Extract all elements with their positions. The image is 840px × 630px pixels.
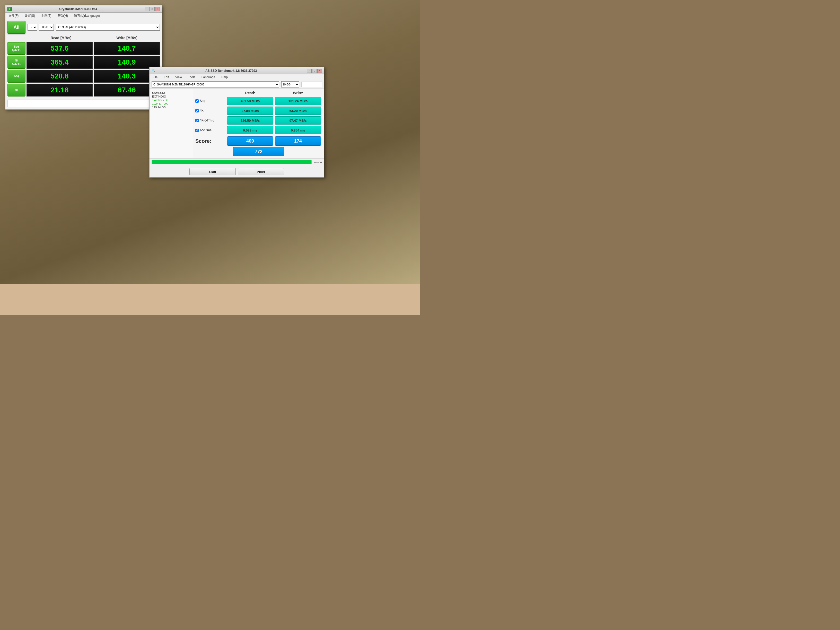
crystaldiskmark-window: C CrystalDiskMark 5.0.3 x64 − □ × 文件(F) … <box>5 5 162 110</box>
cdm-column-headers: Read [MB/s] Write [MB/s] <box>5 35 162 41</box>
table-row: Acc.time 0.088 ms 0.854 ms <box>195 126 322 134</box>
desk-surface <box>0 284 420 315</box>
cdm-menu-settings[interactable]: 设置(S) <box>24 13 36 19</box>
table-row: Seq Q32T1 537.6 140.7 <box>8 42 160 55</box>
cdm-menu-help[interactable]: 帮助(H) <box>57 13 69 19</box>
asssd-seq-write: 131.24 MB/s <box>275 97 321 105</box>
asssd-buttons-area: Start Abort <box>150 166 324 177</box>
cdm-menubar: 文件(F) 设置(S) 主题(T) 帮助(H) 语言(L)(Language) <box>5 13 162 19</box>
asssd-menubar: File Edit View Tools Language Help <box>150 74 324 80</box>
asssd-driver: storahci - OK <box>152 99 190 102</box>
asssd-4k-read: 27.84 MB/s <box>227 107 273 115</box>
asssd-time-display: ---:--:-- <box>314 161 322 164</box>
asssd-seq-read: 461.58 MB/s <box>227 97 273 105</box>
cdm-read-3: 21.18 <box>27 84 93 96</box>
cdm-status-bar <box>8 99 160 107</box>
asssd-4k64t-write: 97.47 MB/s <box>275 116 321 125</box>
asssd-score-row: Score: 400 174 <box>195 136 322 146</box>
asssd-menu-edit[interactable]: Edit <box>163 75 170 79</box>
asssd-4k-checkbox[interactable] <box>195 109 199 112</box>
table-row: 4K Q32T1 365.4 140.9 <box>8 56 160 69</box>
cdm-row-label-1[interactable]: 4K Q32T1 <box>8 56 25 69</box>
asssd-info-panel: SAMSUNG EXT4400Q storahci - OK 1024 K - … <box>150 89 193 158</box>
asssd-window: 🔍 AS SSD Benchmark 1.8.5636.37293 − □ × … <box>149 67 324 178</box>
asssd-maximize-button[interactable]: □ <box>312 69 317 73</box>
asssd-drive-select[interactable]: C: SAMSUNG MZMTE128HMGR-00005 <box>152 81 279 87</box>
cdm-size-select[interactable]: 1GiB <box>39 24 54 31</box>
asssd-acctime-checkbox[interactable] <box>195 129 199 132</box>
cdm-all-button[interactable]: All <box>8 21 25 34</box>
asssd-menu-language[interactable]: Language <box>201 75 216 79</box>
asssd-acctime-write: 0.854 ms <box>275 126 321 134</box>
asssd-close-button[interactable]: × <box>317 69 322 73</box>
asssd-total-row: 772 <box>195 147 322 156</box>
asssd-model: EXT4400Q <box>152 95 190 98</box>
asssd-abort-button[interactable]: Abort <box>238 168 284 175</box>
table-row: 4K-64Thrd 326.50 MB/s 97.47 MB/s <box>195 116 322 125</box>
asssd-4k64t-checkbox[interactable] <box>195 119 199 122</box>
cdm-app-icon: C <box>8 7 11 11</box>
asssd-brand: SAMSUNG <box>152 92 190 95</box>
cdm-data-grid: Seq Q32T1 537.6 140.7 4K Q32T1 365.4 140… <box>5 41 162 98</box>
cdm-bottom-area <box>5 98 162 109</box>
cdm-drive-select[interactable]: C: 35% (42/119GiB) <box>56 24 160 31</box>
asssd-score-write: 174 <box>275 136 321 146</box>
asssd-acctime-label: Acc.time <box>195 128 226 132</box>
asssd-results-panel: Read: Write: Seq 461.58 MB/s 131.24 MB/s… <box>193 89 324 158</box>
cdm-close-button[interactable]: × <box>155 7 160 11</box>
asssd-start-button[interactable]: Start <box>189 168 236 175</box>
asssd-4k-write: 63.20 MB/s <box>275 107 321 115</box>
asssd-content-area: SAMSUNG EXT4400Q storahci - OK 1024 K - … <box>150 88 324 158</box>
asssd-window-controls: − □ × <box>307 69 322 73</box>
asssd-write-header: Write: <box>274 91 322 95</box>
asssd-toolbar: C: SAMSUNG MZMTE128HMGR-00005 10 GB <box>150 80 324 88</box>
cdm-write-header: Write [MB/s] <box>94 36 160 40</box>
asssd-4k64t-read: 326.50 MB/s <box>227 116 273 125</box>
table-row: 4K 21.18 67.46 <box>8 84 160 96</box>
asssd-col-headers: Read: Write: <box>195 91 322 95</box>
cdm-row-label-3[interactable]: 4K <box>8 84 25 96</box>
cdm-read-2: 520.8 <box>27 70 93 83</box>
asssd-score-label: Score: <box>195 138 226 144</box>
asssd-title: AS SSD Benchmark 1.8.5636.37293 <box>155 69 307 73</box>
asssd-menu-file[interactable]: File <box>152 75 158 79</box>
table-row: 4K 27.84 MB/s 63.20 MB/s <box>195 106 322 115</box>
asssd-titlebar: 🔍 AS SSD Benchmark 1.8.5636.37293 − □ × <box>150 67 324 74</box>
asssd-progress-bar-fill <box>152 160 311 164</box>
cdm-title: CrystalDiskMark 5.0.3 x64 <box>11 7 145 11</box>
asssd-progress-area: ---:--:-- <box>150 158 324 166</box>
cdm-toolbar: All 5 1GiB C: 35% (42/119GiB) <box>5 19 162 35</box>
asssd-acctime-read: 0.088 ms <box>227 126 273 134</box>
cdm-minimize-button[interactable]: − <box>145 7 150 11</box>
asssd-read-header: Read: <box>226 91 274 95</box>
table-row: Seq 520.8 140.3 <box>8 70 160 83</box>
asssd-size-select[interactable]: 10 GB <box>281 81 299 87</box>
asssd-progress-bar-container <box>152 160 312 164</box>
cdm-read-header: Read [MB/s] <box>28 36 94 40</box>
asssd-seq-label: Seq <box>195 99 226 103</box>
cdm-row-label-2[interactable]: Seq <box>8 70 25 83</box>
asssd-extra-field <box>302 82 322 87</box>
cdm-write-0: 140.7 <box>94 42 160 55</box>
asssd-score-read: 400 <box>227 136 273 146</box>
cdm-count-select[interactable]: 5 <box>28 24 37 31</box>
cdm-menu-language[interactable]: 语言(L)(Language) <box>73 13 101 19</box>
asssd-menu-help[interactable]: Help <box>220 75 229 79</box>
asssd-seq-checkbox[interactable] <box>195 99 199 103</box>
asssd-menu-tools[interactable]: Tools <box>187 75 196 79</box>
cdm-titlebar: C CrystalDiskMark 5.0.3 x64 − □ × <box>5 5 162 13</box>
cdm-window-controls: − □ × <box>145 7 160 11</box>
cdm-maximize-button[interactable]: □ <box>150 7 155 11</box>
asssd-total-score: 772 <box>233 147 284 156</box>
asssd-iops: 1024 K - OK <box>152 102 190 105</box>
table-row: Seq 461.58 MB/s 131.24 MB/s <box>195 96 322 105</box>
asssd-capacity: 119.24 GB <box>152 106 190 109</box>
asssd-4k-label: 4K <box>195 109 226 112</box>
cdm-menu-theme[interactable]: 主题(T) <box>40 13 52 19</box>
cdm-row-label-0[interactable]: Seq Q32T1 <box>8 42 25 55</box>
asssd-4k64t-label: 4K-64Thrd <box>195 118 226 122</box>
asssd-minimize-button[interactable]: − <box>307 69 312 73</box>
cdm-read-0: 537.6 <box>27 42 93 55</box>
cdm-menu-file[interactable]: 文件(F) <box>8 13 20 19</box>
asssd-menu-view[interactable]: View <box>174 75 183 79</box>
